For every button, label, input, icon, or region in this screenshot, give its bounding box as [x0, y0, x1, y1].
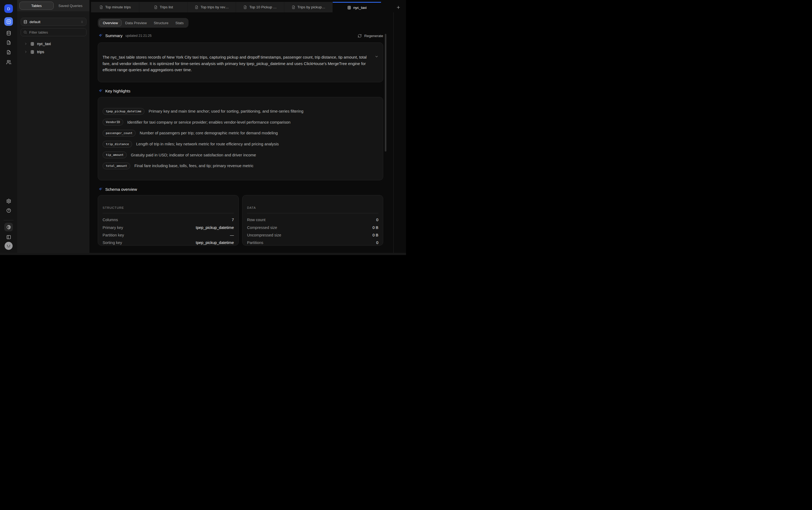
table-tree-item-nyc-taxi[interactable]: nyc_taxi — [21, 40, 87, 47]
new-tab-button[interactable] — [395, 5, 401, 10]
stat-value: 0 B — [372, 233, 378, 237]
column-badge[interactable]: total_amount — [102, 163, 130, 169]
regenerate-button[interactable]: Regenerate — [354, 33, 383, 38]
stat-label: Partitions — [247, 240, 263, 245]
schema-title: Schema overview — [105, 187, 137, 192]
column-badge[interactable]: tpep_pickup_datetime — [102, 108, 145, 115]
summary-updated-timestamp: updated 21:21:25 — [125, 34, 151, 38]
ai-file-icon: AI — [6, 40, 11, 45]
view-tabs: Overview Data Preview Structure Stats — [98, 18, 188, 28]
table-icon — [30, 42, 34, 46]
editor-tab-top-10-pickup[interactable]: Top 10 Pickup … — [236, 2, 284, 12]
database-selector[interactable]: default — [21, 18, 87, 26]
rail-divider — [4, 220, 13, 220]
editor-tab-trips-list[interactable]: Trips list — [139, 2, 188, 12]
sidebar-tabs: Tables Saved Queries — [17, 0, 89, 11]
filter-tables-input[interactable] — [29, 30, 78, 34]
filter-tables-field[interactable] — [21, 28, 87, 36]
user-avatar[interactable] — [4, 242, 13, 250]
divider — [247, 213, 378, 214]
chevron-right-icon[interactable] — [24, 50, 27, 54]
rail-item-help[interactable] — [4, 206, 13, 215]
sidebar: Tables Saved Queries default — [17, 0, 89, 253]
stat-label: Uncompressed size — [247, 233, 281, 237]
view-tab-stats[interactable]: Stats — [172, 19, 187, 26]
content-right-border — [393, 12, 394, 253]
highlight-row: passenger_count Number of passengers per… — [102, 128, 378, 139]
table-icon — [347, 6, 351, 10]
gear-icon — [6, 199, 11, 204]
rail-item-reports[interactable] — [4, 48, 13, 56]
rail-item-ai-queries[interactable]: AI — [4, 38, 13, 47]
view-tab-structure[interactable]: Structure — [150, 19, 172, 26]
stat-value: 0 — [376, 218, 378, 222]
editor-tab-top-trips-by-revenue[interactable]: Top trips by rev… — [188, 2, 236, 12]
workspace-avatar-initial: D — [7, 6, 10, 11]
document-icon — [154, 5, 158, 9]
table-tree-item-trips[interactable]: trips — [21, 48, 87, 55]
regenerate-label: Regenerate — [364, 34, 383, 38]
editor-tab-nyc-taxi-active[interactable]: nyc_taxi — [333, 2, 381, 12]
code-console-icon — [6, 19, 11, 24]
highlight-row: tip_amount Gratuity paid in USD; indicat… — [102, 149, 378, 161]
structure-card: STRUCTURE Columns 7 Primary key tpep_pic… — [98, 195, 239, 246]
column-badge[interactable]: passenger_count — [102, 130, 136, 137]
stat-row-columns: Columns 7 — [102, 216, 234, 224]
column-description: Identifier for taxi company or service p… — [127, 120, 291, 124]
view-tab-overview[interactable]: Overview — [99, 19, 122, 26]
summary-card: The nyc_taxi table stores records of New… — [98, 42, 383, 82]
theme-toggle-button[interactable] — [4, 223, 13, 231]
refresh-icon — [358, 34, 362, 38]
column-badge[interactable]: VendorID — [102, 119, 123, 125]
rail-item-sql-console[interactable] — [4, 17, 13, 26]
search-icon — [23, 30, 27, 34]
report-file-icon — [6, 50, 11, 55]
stat-value: 0 B — [372, 225, 378, 230]
editor-tab-label: Top minute trips — [105, 5, 131, 9]
stat-row-sorting-key: Sorting key tpep_pickup_datetime — [102, 239, 234, 247]
workspace-avatar[interactable]: D — [4, 4, 13, 13]
collapse-chevron-down-icon[interactable] — [374, 55, 379, 59]
highlight-row: total_amount Final fare including base, … — [102, 161, 378, 171]
column-description: Length of trip in miles; key network met… — [136, 142, 279, 146]
stat-label: Partition key — [102, 233, 124, 237]
rail-item-databases[interactable] — [4, 29, 13, 37]
help-icon — [6, 208, 11, 213]
structure-card-label: STRUCTURE — [102, 206, 124, 209]
stat-value: 7 — [232, 218, 234, 222]
rail-item-settings[interactable] — [4, 197, 13, 205]
editor-tab-top-minute-trips[interactable]: Top minute trips — [91, 2, 139, 12]
editor-tabstrip: Top minute trips Trips list Top trips by… — [91, 2, 381, 12]
view-tab-label: Stats — [175, 21, 184, 25]
key-highlights-card: tpep_pickup_datetime Primary key and mai… — [98, 97, 383, 180]
divider — [102, 213, 234, 214]
column-badge[interactable]: tip_amount — [102, 151, 127, 158]
document-icon — [99, 5, 103, 9]
column-description: Primary key and main time anchor; used f… — [149, 109, 303, 113]
highlight-row: VendorID Identifier for taxi company or … — [102, 117, 378, 128]
stat-value: tpep_pickup_datetime — [196, 240, 234, 245]
window-bottom-strip — [0, 253, 406, 255]
users-icon — [6, 60, 11, 65]
highlight-row: trip_distance Length of trip in miles; k… — [102, 139, 378, 150]
vertical-scrollbar[interactable] — [385, 34, 386, 151]
view-tab-data-preview[interactable]: Data Preview — [122, 19, 150, 26]
stat-value: 0 — [376, 240, 378, 245]
rail-item-members[interactable] — [4, 58, 13, 66]
stat-row-compressed-size: Compressed size 0 B — [247, 224, 378, 231]
view-tab-label: Overview — [103, 21, 118, 25]
sidebar-tab-tables[interactable]: Tables — [19, 2, 54, 10]
stat-value: tpep_pickup_datetime — [196, 225, 234, 230]
column-description: Number of passengers per trip; core demo… — [140, 131, 278, 135]
chevron-right-icon[interactable] — [24, 42, 27, 46]
column-description: Final fare including base, tolls, fees, … — [134, 164, 253, 168]
sidebar-tab-saved-queries[interactable]: Saved Queries — [54, 2, 88, 10]
editor-tab-trips-by-pickup[interactable]: Trips by pickup… — [284, 2, 333, 12]
column-badge[interactable]: trip_distance — [102, 141, 132, 147]
sidebar-toggle-button[interactable] — [4, 233, 13, 241]
database-selector-value: default — [30, 20, 80, 24]
highlight-row: tpep_pickup_datetime Primary key and mai… — [102, 106, 378, 117]
stat-label: Sorting key — [102, 240, 122, 245]
contrast-icon — [6, 225, 11, 230]
highlights-title: Key highlights — [105, 89, 130, 93]
